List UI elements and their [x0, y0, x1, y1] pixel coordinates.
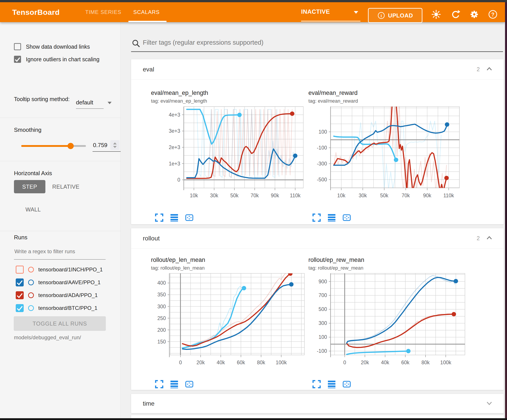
- run-color-swatch[interactable]: [28, 280, 34, 285]
- filter-tags-input[interactable]: [142, 39, 498, 47]
- chevron-down-icon[interactable]: [486, 401, 492, 405]
- svg-text:-100: -100: [317, 145, 327, 151]
- run-color-swatch[interactable]: [28, 292, 34, 298]
- slider-fill: [21, 145, 70, 147]
- run-label: tensorboard/BTC/PPO_1: [38, 305, 97, 311]
- divider: [0, 231, 120, 231]
- data-table-icon[interactable]: [170, 213, 178, 222]
- smoothing-value-input[interactable]: [92, 142, 110, 149]
- help-icon[interactable]: ?: [488, 9, 498, 19]
- toggle-all-runs-button[interactable]: TOGGLE ALL RUNS: [14, 316, 106, 331]
- svg-text:300: 300: [157, 304, 166, 310]
- smoothing-label: Smoothing: [14, 126, 41, 133]
- axis-option-step[interactable]: STEP: [14, 180, 45, 193]
- desktop-edge-strip: [505, 2, 507, 420]
- svg-text:110k: 110k: [290, 193, 301, 198]
- section-header-time[interactable]: time: [131, 394, 504, 413]
- section-count-badge: 2: [477, 235, 480, 241]
- fullscreen-icon[interactable]: [155, 213, 163, 222]
- run-filter-input[interactable]: [14, 248, 106, 255]
- fullscreen-icon[interactable]: [155, 380, 163, 388]
- svg-text:30k: 30k: [359, 193, 367, 198]
- run-checkbox[interactable]: [16, 266, 24, 274]
- smoothing-slider[interactable]: [21, 145, 86, 147]
- line-chart[interactable]: 10k30k50k70k90k110k01e+32e+33e+34e+3: [144, 104, 308, 201]
- upload-button[interactable]: i UPLOAD: [368, 8, 422, 23]
- svg-text:80k: 80k: [257, 360, 266, 365]
- fit-to-data-icon[interactable]: [343, 380, 351, 388]
- fit-to-data-icon[interactable]: [343, 213, 351, 222]
- axis-option-wall[interactable]: WALL: [25, 206, 41, 213]
- svg-text:50k: 50k: [380, 193, 388, 198]
- svg-text:400: 400: [157, 280, 166, 286]
- run-color-swatch[interactable]: [28, 267, 34, 272]
- run-label: tensorboard/AAVE/PPO_1: [38, 279, 100, 286]
- section-name: rollout: [143, 235, 160, 242]
- run-color-swatch[interactable]: [28, 305, 34, 311]
- section-card-partial: [131, 415, 504, 418]
- smoothing-value-box: [92, 140, 124, 150]
- svg-text:60k: 60k: [401, 360, 410, 365]
- run-checkbox[interactable]: [16, 278, 24, 286]
- status-dropdown[interactable]: INACTIVE: [301, 8, 360, 15]
- svg-text:500: 500: [319, 306, 327, 312]
- ignore-outliers-row[interactable]: Ignore outliers in chart scaling: [14, 56, 99, 63]
- fullscreen-icon[interactable]: [312, 213, 321, 222]
- run-row[interactable]: tensorboard/ADA/PPO_1: [16, 291, 98, 299]
- section-card-time: time: [131, 394, 504, 413]
- data-table-icon[interactable]: [170, 380, 178, 388]
- run-checkbox[interactable]: [16, 304, 24, 312]
- window-bottom-strip: [0, 418, 507, 420]
- input-underline: [92, 151, 124, 152]
- section-header-rollout[interactable]: rollout 2: [131, 228, 504, 248]
- run-row[interactable]: tensorboard/AAVE/PPO_1: [16, 278, 100, 287]
- svg-text:-100: -100: [317, 348, 327, 354]
- svg-text:20k: 20k: [197, 360, 205, 365]
- axis-option-relative[interactable]: RELATIVE: [52, 184, 79, 190]
- stepper-up-icon[interactable]: [113, 142, 117, 145]
- brightness-icon[interactable]: [431, 9, 441, 19]
- section-header-eval[interactable]: eval 2: [131, 59, 504, 80]
- svg-text:30k: 30k: [210, 193, 218, 198]
- svg-text:100k: 100k: [276, 360, 287, 365]
- section-card-eval: eval 2 eval/mean_ep_length tag: eval/mea…: [131, 59, 504, 224]
- tab-scalars[interactable]: SCALARS: [133, 2, 160, 22]
- chevron-up-icon[interactable]: [486, 67, 492, 71]
- show-download-links-row[interactable]: Show data download links: [14, 43, 90, 50]
- line-chart[interactable]: 10k30k50k70k90k110k100-100-300-500: [301, 104, 479, 201]
- run-row[interactable]: tensorboard/1INCH/PPO_1: [16, 265, 103, 274]
- dropdown-underline: [76, 108, 104, 109]
- fullscreen-icon[interactable]: [312, 380, 321, 388]
- data-table-icon[interactable]: [327, 380, 336, 388]
- svg-text:3e+3: 3e+3: [169, 128, 180, 134]
- tab-time-series[interactable]: TIME SERIES: [85, 2, 121, 22]
- stepper-down-icon[interactable]: [113, 146, 117, 148]
- fit-to-data-icon[interactable]: [185, 380, 193, 388]
- svg-text:10k: 10k: [337, 193, 345, 198]
- svg-text:-300: -300: [317, 161, 327, 166]
- chart-eval-mean-reward: eval/mean_reward tag: eval/mean_reward 1…: [301, 90, 479, 202]
- app-title: TensorBoard: [12, 8, 60, 17]
- slider-thumb[interactable]: [68, 143, 74, 149]
- line-chart[interactable]: 020k40k60k80k100k-100100300500700900: [301, 271, 479, 371]
- svg-text:100: 100: [319, 334, 327, 340]
- svg-text:150: 150: [157, 339, 166, 344]
- tensorboard-window: TensorBoard TIME SERIES SCALARS INACTIVE…: [0, 0, 507, 420]
- checkbox-unchecked[interactable]: [14, 43, 21, 50]
- fit-to-data-icon[interactable]: [185, 213, 193, 222]
- checkbox-checked[interactable]: [14, 56, 21, 63]
- svg-text:0: 0: [177, 177, 180, 183]
- settings-gear-icon[interactable]: [469, 9, 479, 19]
- number-stepper[interactable]: [110, 140, 120, 150]
- runs-label: Runs: [14, 234, 28, 241]
- active-tab-underline: [128, 21, 167, 22]
- refresh-icon[interactable]: [450, 9, 460, 19]
- data-table-icon[interactable]: [327, 213, 336, 222]
- tooltip-sorting-dropdown[interactable]: default: [76, 99, 93, 106]
- chevron-up-icon[interactable]: [486, 236, 492, 240]
- run-checkbox[interactable]: [16, 291, 24, 299]
- run-row[interactable]: tensorboard/BTC/PPO_1: [16, 304, 97, 312]
- line-chart[interactable]: 020k40k60k80k100k150200250300350400: [144, 271, 308, 371]
- chart-tag: tag: rollout/ep_len_mean: [151, 265, 301, 271]
- chevron-down-icon[interactable]: [108, 102, 112, 104]
